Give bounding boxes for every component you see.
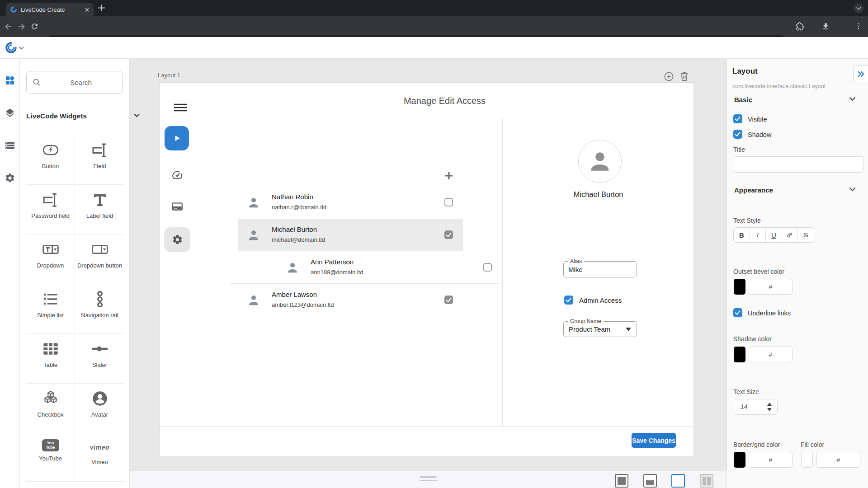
widget-button[interactable]: Button bbox=[26, 136, 75, 183]
panel-drag-handle[interactable] bbox=[420, 476, 437, 481]
underline-links-checkbox[interactable] bbox=[733, 308, 742, 317]
browser-tab[interactable]: LiveCode Create bbox=[6, 3, 94, 16]
shadow-label: Shadow bbox=[748, 131, 771, 138]
underline-button[interactable]: U bbox=[766, 228, 782, 242]
user-name: Nathan Robin bbox=[272, 193, 313, 201]
text-size-stepper[interactable]: 14 bbox=[734, 399, 778, 415]
tab-search-chevron-icon[interactable] bbox=[854, 3, 863, 13]
widgets-panel-icon[interactable] bbox=[5, 75, 15, 86]
admin-access-checkbox[interactable] bbox=[564, 296, 573, 305]
app-header: Edit Run My Workspace / My Project Previ… bbox=[0, 37, 868, 59]
alias-input[interactable] bbox=[568, 263, 632, 275]
section-chevron-down-icon[interactable] bbox=[849, 187, 856, 192]
bold-button[interactable]: B bbox=[734, 228, 750, 242]
delete-layout-icon[interactable] bbox=[679, 71, 689, 82]
add-layout-icon[interactable] bbox=[664, 71, 674, 82]
view-mode-full-icon[interactable] bbox=[615, 474, 628, 488]
view-mode-columns-icon[interactable] bbox=[700, 474, 713, 488]
italic-button[interactable]: I bbox=[750, 228, 766, 242]
download-icon[interactable] bbox=[821, 22, 830, 31]
widget-youtube[interactable]: You Tube YouTube bbox=[26, 435, 75, 482]
hamburger-menu-icon[interactable] bbox=[173, 103, 188, 113]
shadow-checkbox[interactable] bbox=[733, 130, 742, 139]
gear-icon bbox=[172, 234, 183, 245]
link-button[interactable] bbox=[782, 228, 798, 242]
nav-rail-divider bbox=[195, 83, 195, 457]
save-changes-button[interactable]: Save Changes bbox=[632, 433, 676, 448]
user-checkbox[interactable] bbox=[483, 263, 492, 272]
palette-grid-divider bbox=[26, 333, 124, 334]
border-grid-hex-input[interactable] bbox=[749, 452, 793, 468]
text-style-label: Text Style bbox=[733, 217, 761, 224]
user-checkbox[interactable] bbox=[444, 230, 453, 239]
extensions-icon[interactable] bbox=[796, 22, 804, 31]
widget-field[interactable]: Field bbox=[75, 136, 124, 183]
settings-panel-icon[interactable] bbox=[5, 173, 15, 183]
user-row[interactable]: Amber Lawson amber.l123@domain.ltd bbox=[195, 284, 502, 316]
field-widget-icon bbox=[90, 141, 110, 159]
nav-card-icon[interactable] bbox=[171, 201, 183, 212]
widget-navigation-rail[interactable]: Navigation rail bbox=[75, 286, 124, 333]
livecode-logo-icon[interactable] bbox=[5, 41, 18, 54]
section-basic: Basic bbox=[734, 96, 752, 103]
user-row[interactable]: Michael Burton michael@domain.tld bbox=[195, 219, 502, 251]
data-panel-icon[interactable] bbox=[5, 140, 15, 151]
widget-dropdown[interactable]: Dropdown bbox=[26, 236, 75, 283]
app-page-title: Manage Edit Access bbox=[195, 83, 694, 119]
fill-color-hex-input[interactable] bbox=[816, 452, 860, 468]
properties-title: Layout bbox=[732, 67, 758, 76]
tab-close-icon[interactable] bbox=[85, 7, 90, 12]
fill-color-swatch[interactable] bbox=[801, 452, 813, 468]
widget-checkbox[interactable]: Checkbox bbox=[26, 385, 75, 432]
stepper-up-icon[interactable] bbox=[767, 403, 772, 406]
widget-vimeo[interactable]: vimeo Vimeo bbox=[75, 435, 124, 482]
shadow-color-hex-input[interactable] bbox=[749, 347, 793, 362]
view-mode-split-icon[interactable] bbox=[643, 474, 657, 488]
person-icon bbox=[247, 228, 260, 242]
design-canvas[interactable]: Manage Edit Access Nathan Robin nathan.r… bbox=[159, 82, 694, 456]
user-checkbox[interactable] bbox=[444, 198, 453, 206]
checkbox-widget-icon bbox=[41, 389, 61, 408]
person-icon bbox=[247, 196, 260, 209]
user-row[interactable]: Ann Patterson ann188@domain.ltd bbox=[230, 251, 499, 284]
layout-tab-label[interactable]: Layout 1 bbox=[158, 72, 180, 79]
widget-password-field[interactable]: Password field bbox=[26, 186, 75, 233]
widget-simple-list[interactable]: Simple list bbox=[26, 286, 75, 333]
user-checkbox[interactable] bbox=[444, 296, 453, 304]
reload-icon[interactable] bbox=[30, 22, 39, 31]
widget-search[interactable] bbox=[26, 71, 123, 94]
new-tab-icon[interactable] bbox=[98, 4, 105, 12]
shadow-color-swatch[interactable] bbox=[734, 347, 745, 362]
search-input[interactable] bbox=[43, 71, 119, 93]
collapse-panel-button[interactable] bbox=[853, 66, 868, 82]
logo-chevron-down-icon[interactable] bbox=[19, 46, 24, 50]
visible-checkbox[interactable] bbox=[733, 114, 742, 123]
stepper-down-icon[interactable] bbox=[767, 408, 772, 411]
view-mode-canvas-icon[interactable] bbox=[671, 474, 685, 488]
section-chevron-down-icon[interactable] bbox=[134, 113, 140, 117]
title-field-input[interactable] bbox=[734, 156, 864, 173]
widget-label-field[interactable]: Label field bbox=[75, 186, 124, 233]
border-grid-color-label: Border/grid color bbox=[733, 441, 780, 448]
label-field-widget-icon bbox=[90, 191, 110, 209]
livecode-logo-icon bbox=[10, 6, 17, 13]
strikethrough-button[interactable]: S bbox=[798, 228, 814, 242]
section-chevron-down-icon[interactable] bbox=[849, 97, 856, 101]
user-row[interactable]: Nathan Robin nathan.r@domain.tld bbox=[195, 186, 502, 219]
widget-table[interactable]: Table bbox=[26, 335, 75, 382]
person-icon bbox=[286, 261, 299, 274]
nav-settings-button[interactable] bbox=[164, 227, 190, 252]
border-grid-color-swatch[interactable] bbox=[734, 452, 745, 468]
widget-slider[interactable]: Slider bbox=[75, 335, 124, 382]
add-member-icon[interactable] bbox=[443, 170, 454, 181]
forward-icon[interactable] bbox=[17, 22, 26, 31]
outset-bevel-hex-input[interactable] bbox=[749, 279, 793, 295]
outset-bevel-color-swatch[interactable] bbox=[734, 279, 745, 295]
kebab-menu-icon[interactable] bbox=[854, 22, 863, 30]
nav-play-button[interactable] bbox=[165, 126, 189, 150]
back-icon[interactable] bbox=[4, 22, 13, 31]
widget-avatar[interactable]: Avatar bbox=[75, 385, 124, 432]
layers-panel-icon[interactable] bbox=[5, 108, 15, 118]
widget-dropdown-button[interactable]: Dropdown button bbox=[75, 236, 124, 283]
nav-dashboard-icon[interactable] bbox=[171, 169, 183, 181]
